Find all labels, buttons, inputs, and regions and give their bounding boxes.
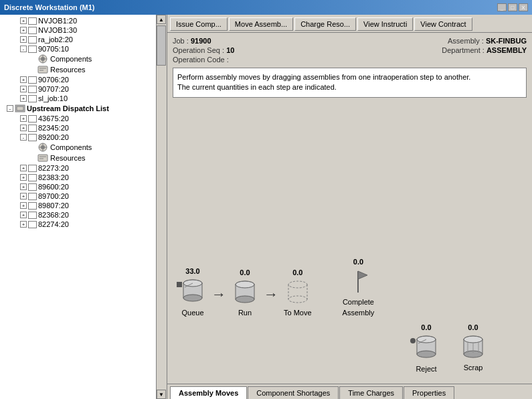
scroll-down[interactable]: ▼: [157, 390, 166, 399]
tree-label: 89700:20: [38, 192, 69, 200]
tab-component-shortages[interactable]: Component Shortages: [248, 386, 339, 399]
queue-label: Queue: [181, 309, 203, 317]
tree-label: Components: [50, 55, 92, 63]
resources-icon: [37, 153, 49, 163]
list-item[interactable]: + NVJOB1:30: [0, 25, 156, 35]
scroll-thumb[interactable]: [157, 25, 166, 66]
expand-icon[interactable]: +: [20, 125, 27, 131]
expand-icon[interactable]: +: [20, 165, 27, 171]
list-item[interactable]: + 89700:20: [0, 191, 156, 201]
tree-label: ra_job2:20: [38, 35, 73, 44]
list-item[interactable]: + 82368:20: [0, 210, 156, 220]
tree-label: Resources: [50, 66, 86, 74]
doc-icon: [28, 46, 37, 53]
svg-point-1: [41, 57, 45, 61]
assembly-field: Assembly : SK-FINBUG: [442, 37, 527, 45]
expand-icon[interactable]: +: [20, 115, 27, 122]
svg-point-27: [236, 296, 254, 303]
doc-icon: [28, 95, 37, 102]
reject-value: 0.0: [421, 323, 431, 331]
expand-icon[interactable]: +: [20, 86, 27, 92]
list-item[interactable]: Components: [0, 54, 156, 64]
expand-icon[interactable]: +: [20, 27, 27, 33]
expand-icon[interactable]: +: [20, 202, 27, 209]
complete-assembly-step[interactable]: 0.0 Complete Assembly: [343, 258, 375, 317]
charge-reso-button[interactable]: Charge Reso...: [294, 17, 356, 31]
tree-label: 89200:20: [38, 133, 69, 141]
list-item[interactable]: + 82383:20: [0, 173, 156, 182]
bottom-tabs: Assembly Moves Component Shortages Time …: [167, 384, 532, 399]
tree-label: sl_job:10: [38, 94, 68, 102]
expand-icon[interactable]: +: [20, 17, 27, 24]
reject-step[interactable]: 0.0 Reject: [413, 323, 440, 373]
list-item[interactable]: + 90707:20: [0, 84, 156, 94]
close-btn[interactable]: X: [519, 3, 528, 11]
doc-icon: [28, 134, 37, 141]
expand-icon[interactable]: +: [20, 76, 27, 83]
job-right: Assembly : SK-FINBUG Department : ASSEMB…: [442, 37, 527, 65]
tree-label: 82274:20: [38, 220, 69, 228]
expand-icon[interactable]: +: [20, 183, 27, 190]
run-step[interactable]: 0.0 Run: [232, 268, 258, 317]
main-container: + NVJOB1:20 + NVJOB1:30 + ra_job2:20: [0, 15, 532, 399]
expand-icon[interactable]: +: [20, 221, 27, 228]
list-item[interactable]: + 82345:20: [0, 123, 156, 133]
expand-icon[interactable]: +: [20, 193, 27, 200]
assembly-label: Assembly :: [448, 37, 484, 45]
content-area: Job : 91900 Operation Seq : 10 Operation…: [167, 33, 532, 384]
arrow-icon: →: [264, 286, 278, 303]
list-item[interactable]: + NVJOB1:20: [0, 16, 156, 25]
view-instructi-button[interactable]: View Instructi: [357, 17, 413, 31]
scroll-up[interactable]: ▲: [157, 15, 166, 24]
tree-label: Resources: [50, 154, 86, 162]
expand-icon[interactable]: +: [20, 212, 27, 218]
doc-icon: [28, 212, 37, 219]
tab-time-charges[interactable]: Time Charges: [339, 386, 403, 399]
expand-icon[interactable]: -: [7, 105, 13, 112]
list-item[interactable]: - 89200:20: [0, 133, 156, 142]
to-move-step[interactable]: 0.0 To Move: [284, 268, 312, 317]
list-item[interactable]: + sl_job:10: [0, 94, 156, 103]
view-contract-button[interactable]: View Contract: [414, 17, 472, 31]
expand-icon[interactable]: +: [20, 174, 27, 181]
list-item[interactable]: + 82274:20: [0, 220, 156, 229]
complete-assembly-icon: [345, 268, 371, 295]
components-icon: [37, 54, 49, 64]
expand-icon[interactable]: -: [20, 46, 27, 52]
list-item[interactable]: + 82273:20: [0, 163, 156, 173]
queue-step[interactable]: 33.0 Queue: [179, 267, 206, 317]
doc-icon: [28, 221, 37, 228]
window-controls[interactable]: _ □ X: [497, 3, 528, 11]
scrap-step[interactable]: 0.0 Scrap: [460, 323, 486, 373]
tree-label: Upstream Dispatch List: [27, 104, 109, 112]
list-item[interactable]: Resources: [0, 64, 156, 75]
tab-assembly-moves[interactable]: Assembly Moves: [170, 386, 247, 399]
expand-icon[interactable]: +: [20, 95, 27, 102]
move-assemb-button[interactable]: Move Assemb...: [229, 17, 293, 31]
list-item[interactable]: + 89600:20: [0, 182, 156, 191]
restore-btn[interactable]: □: [508, 3, 517, 11]
list-item[interactable]: Resources: [0, 153, 156, 163]
expand-icon[interactable]: -: [20, 134, 27, 141]
upstream-dispatch-list[interactable]: - Upstream Dispatch List: [0, 103, 156, 114]
tab-properties[interactable]: Properties: [404, 386, 454, 399]
op-code-field: Operation Code :: [173, 56, 234, 64]
complete-assembly-value: 0.0: [353, 258, 363, 266]
expand-icon[interactable]: +: [20, 36, 27, 43]
list-item[interactable]: Components: [0, 142, 156, 153]
doc-icon: [28, 193, 37, 200]
svg-point-28: [236, 281, 254, 288]
scrollbar[interactable]: ▲ ▼: [156, 15, 167, 399]
queue-icon-wrapper: [179, 278, 206, 306]
resources-icon: [37, 65, 49, 74]
minimize-btn[interactable]: _: [497, 3, 507, 11]
complete-assembly-icon-wrapper: [345, 268, 371, 295]
list-item[interactable]: + ra_job2:20: [0, 35, 156, 44]
reject-bullet: [410, 338, 416, 343]
list-item[interactable]: + 90706:20: [0, 75, 156, 84]
tree-label: 90705:10: [38, 45, 69, 53]
list-item[interactable]: + 43675:20: [0, 114, 156, 123]
list-item[interactable]: + 89807:20: [0, 201, 156, 210]
list-item[interactable]: - 90705:10: [0, 44, 156, 54]
issue-comp-button[interactable]: Issue Comp...: [170, 17, 228, 31]
